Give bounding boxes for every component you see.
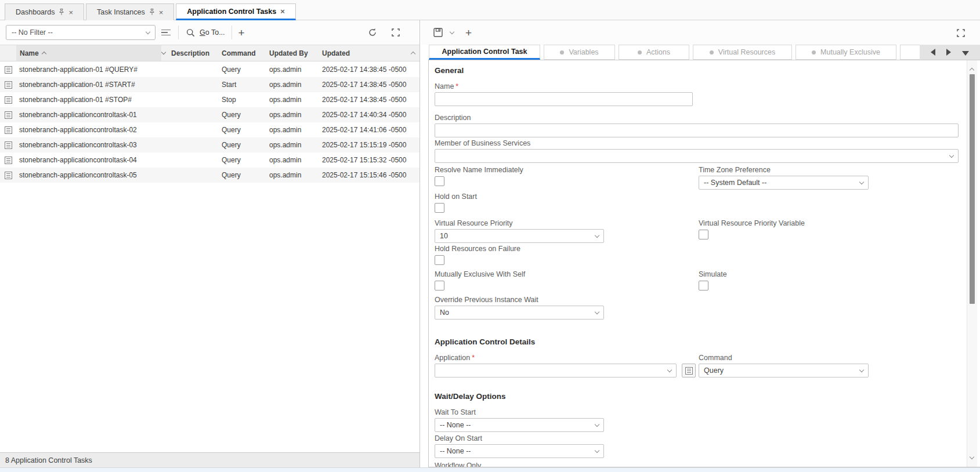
select-value: 10 bbox=[440, 232, 595, 240]
virtual-resource-priority-select[interactable]: 10 bbox=[435, 229, 604, 243]
window-tab-dashboards[interactable]: Dashboards × bbox=[5, 3, 84, 20]
tab-scroll-right-icon[interactable] bbox=[946, 49, 951, 56]
filter-icon[interactable] bbox=[161, 30, 172, 36]
cell-updated-by: ops.admin bbox=[269, 153, 301, 168]
tab-scroll-controls bbox=[920, 45, 980, 60]
scroll-down-icon[interactable] bbox=[970, 455, 974, 459]
column-menu-icon[interactable] bbox=[162, 45, 165, 61]
cell-command: Query bbox=[222, 153, 241, 168]
save-icon[interactable] bbox=[433, 27, 443, 38]
column-header-description[interactable]: Description bbox=[171, 45, 209, 61]
tab-dot-icon bbox=[638, 50, 642, 55]
cell-command: Query bbox=[222, 168, 241, 183]
column-header-name[interactable]: Name bbox=[16, 45, 161, 61]
tab-application-control-task[interactable]: Application Control Task bbox=[429, 45, 540, 60]
close-icon[interactable]: × bbox=[280, 8, 285, 15]
chevron-down-icon bbox=[859, 367, 864, 372]
chevron-down-icon bbox=[595, 233, 599, 237]
column-header-command[interactable]: Command bbox=[222, 45, 256, 61]
tab-virtual-resources[interactable]: Virtual Resources bbox=[693, 45, 792, 60]
scroll-up-icon[interactable] bbox=[970, 68, 974, 72]
tab-actions[interactable]: Actions bbox=[619, 45, 689, 60]
tab-list-menu-icon[interactable] bbox=[962, 51, 969, 56]
chevron-down-icon bbox=[595, 448, 599, 452]
search-icon[interactable] bbox=[185, 27, 196, 38]
task-details-icon[interactable] bbox=[5, 77, 12, 92]
window-tab-label: Dashboards bbox=[16, 8, 55, 16]
table-row[interactable]: stonebranch-applicationcontroltask-04 Qu… bbox=[0, 153, 420, 168]
pin-icon[interactable] bbox=[59, 9, 64, 16]
hold-resources-on-failure-checkbox[interactable] bbox=[435, 255, 444, 265]
close-icon[interactable]: × bbox=[159, 9, 164, 16]
chevron-down-icon bbox=[667, 367, 672, 372]
close-icon[interactable]: × bbox=[68, 9, 73, 16]
cell-command: Query bbox=[222, 62, 241, 77]
window-tab-label: Application Control Tasks bbox=[187, 8, 276, 16]
time-zone-preference-select[interactable]: -- System Default -- bbox=[699, 176, 869, 190]
go-to-button[interactable]: Go To... bbox=[200, 28, 225, 37]
field-label-wait-to-start: Wait To Start bbox=[435, 408, 476, 416]
table-row[interactable]: stonebranch-applicationcontroltask-03 Qu… bbox=[0, 137, 420, 153]
table-row[interactable]: stonebranch-applicationcontroltask-05 Qu… bbox=[0, 168, 420, 183]
table-row[interactable]: stonebranch-applicationcontroltask-01 Qu… bbox=[0, 107, 420, 122]
filter-select[interactable]: -- No Filter -- bbox=[6, 25, 156, 40]
select-value: Query bbox=[704, 366, 860, 375]
column-header-updated[interactable]: Updated bbox=[322, 45, 350, 61]
resolve-name-immediately-checkbox[interactable] bbox=[435, 176, 444, 186]
task-details-icon[interactable] bbox=[5, 168, 12, 183]
table-row[interactable]: stonebranch-application-01 #START# Start… bbox=[0, 77, 420, 92]
application-select[interactable] bbox=[435, 364, 677, 377]
scrollbar-thumb[interactable] bbox=[970, 74, 975, 304]
window-bottom-strip bbox=[0, 467, 980, 472]
table-row[interactable]: stonebranch-application-01 #QUERY# Query… bbox=[0, 62, 420, 77]
virtual-resource-priority-variable-checkbox[interactable] bbox=[699, 230, 708, 239]
column-header-updated-by[interactable]: Updated By bbox=[269, 45, 308, 61]
task-details-icon[interactable] bbox=[5, 107, 12, 122]
pin-icon[interactable] bbox=[149, 9, 155, 16]
task-details-icon[interactable] bbox=[5, 62, 12, 77]
simulate-checkbox[interactable] bbox=[699, 281, 708, 291]
new-record-button[interactable]: + bbox=[465, 27, 472, 38]
field-label-command: Command bbox=[699, 354, 732, 362]
maximize-icon[interactable] bbox=[390, 27, 401, 38]
required-marker: * bbox=[455, 82, 458, 90]
application-details-icon[interactable] bbox=[682, 364, 696, 377]
task-details-icon[interactable] bbox=[5, 92, 12, 107]
member-of-business-services-select[interactable] bbox=[435, 149, 959, 163]
override-previous-instance-wait-select[interactable]: No bbox=[435, 306, 604, 319]
table-row[interactable]: stonebranch-application-01 #STOP# Stop o… bbox=[0, 92, 420, 107]
cell-updated: 2025-02-17 15:15:32 -0500 bbox=[322, 153, 406, 168]
cell-command: Query bbox=[222, 122, 241, 137]
cell-name: stonebranch-applicationcontroltask-02 bbox=[19, 122, 137, 137]
tab-mutually-exclusive[interactable]: Mutually Exclusive bbox=[795, 45, 896, 60]
table-row[interactable]: stonebranch-applicationcontroltask-02 Qu… bbox=[0, 122, 420, 137]
tab-scroll-left-icon[interactable] bbox=[931, 49, 935, 56]
delay-on-start-select[interactable]: -- None -- bbox=[435, 444, 604, 458]
select-value: No bbox=[440, 308, 595, 317]
table-header: Name Description Command Updated By Upda… bbox=[0, 45, 420, 61]
cell-command: Start bbox=[222, 77, 236, 92]
maximize-icon[interactable] bbox=[956, 28, 966, 38]
cell-updated: 2025-02-17 14:38:45 -0500 bbox=[322, 92, 406, 107]
save-options-chevron-icon[interactable] bbox=[450, 29, 454, 34]
description-input[interactable] bbox=[435, 124, 959, 137]
mutually-exclusive-with-self-checkbox[interactable] bbox=[435, 281, 444, 291]
task-details-icon[interactable] bbox=[5, 122, 12, 137]
cell-command: Query bbox=[222, 107, 241, 122]
tab-variables[interactable]: Variables bbox=[544, 45, 615, 60]
name-input[interactable] bbox=[435, 92, 693, 106]
add-task-button[interactable]: + bbox=[238, 27, 245, 38]
wait-to-start-select[interactable]: -- None -- bbox=[435, 418, 604, 432]
scroll-up-icon[interactable] bbox=[411, 45, 415, 61]
refresh-icon[interactable] bbox=[367, 27, 378, 38]
window-tab-application-control-tasks[interactable]: Application Control Tasks × bbox=[176, 3, 296, 20]
window-tab-task-instances[interactable]: Task Instances × bbox=[86, 3, 174, 20]
cell-name: stonebranch-application-01 #STOP# bbox=[19, 92, 132, 107]
form-scrollbar[interactable] bbox=[967, 60, 977, 467]
select-value: -- System Default -- bbox=[704, 179, 860, 187]
task-details-icon[interactable] bbox=[5, 137, 12, 153]
command-select[interactable]: Query bbox=[699, 364, 869, 377]
chevron-down-icon bbox=[859, 179, 864, 184]
hold-on-start-checkbox[interactable] bbox=[435, 203, 444, 213]
task-details-icon[interactable] bbox=[5, 153, 12, 168]
